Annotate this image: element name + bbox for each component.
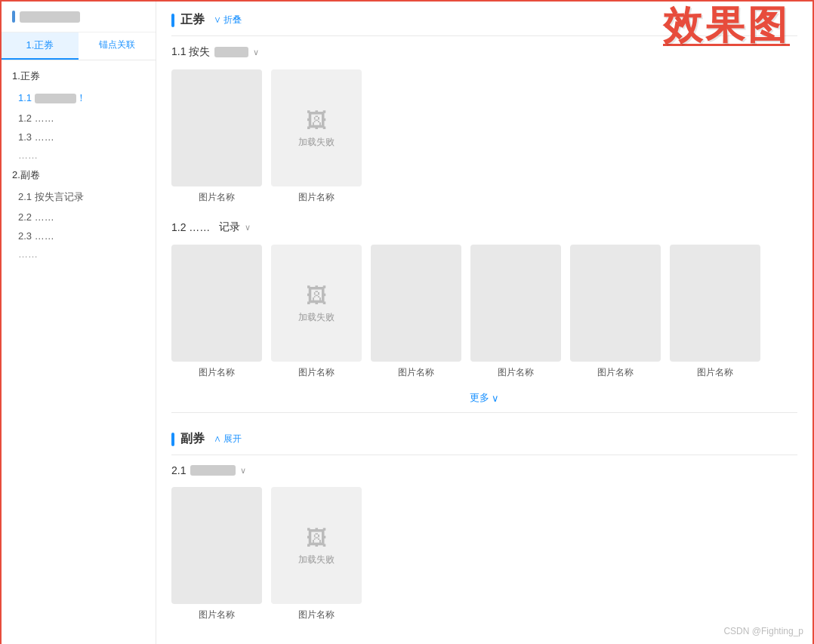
effect-label-text: 效果图 bbox=[663, 2, 790, 48]
image-card: 🖼 加载失败 图片名称 bbox=[271, 487, 362, 621]
image-thumb-2[interactable]: 🖼 加载失败 bbox=[271, 69, 362, 186]
subsection-title-1-2-prefix: 1.2 …… bbox=[171, 221, 210, 233]
toggle-label-1: 折叠 bbox=[224, 14, 242, 25]
section-title-1: 正券 bbox=[180, 12, 205, 28]
sidebar-item-2-1[interactable]: 2.1 按失言记录 bbox=[2, 186, 156, 208]
image-thumb-1[interactable] bbox=[171, 69, 262, 186]
toggle-icon-up: ∧ bbox=[214, 433, 221, 444]
image-name-5: 图片名称 bbox=[398, 366, 434, 379]
image-name-3: 图片名称 bbox=[199, 366, 235, 379]
sidebar-tabs: 1.正券 锚点关联 bbox=[2, 32, 156, 60]
more-button-1-2[interactable]: 更多 ∨ bbox=[470, 391, 499, 405]
image-name-2: 图片名称 bbox=[298, 191, 335, 204]
image-card: 图片名称 bbox=[171, 487, 262, 621]
subsection-chevron-2-1[interactable]: ∨ bbox=[240, 466, 246, 476]
sidebar-title-bar bbox=[12, 11, 15, 23]
image-thumb-8[interactable] bbox=[670, 245, 760, 362]
section-title-2: 副券 bbox=[180, 431, 205, 447]
watermark: CSDN @Fighting_p bbox=[723, 626, 803, 636]
sidebar-item-2-2[interactable]: 2.2 …… bbox=[2, 208, 156, 226]
sidebar-tab-anchor[interactable]: 锚点关联 bbox=[79, 32, 156, 60]
more-chevron-icon: ∨ bbox=[492, 393, 499, 404]
image-grid-2-1: 图片名称 🖼 加载失败 图片名称 bbox=[171, 482, 797, 629]
image-card: 图片名称 bbox=[371, 245, 461, 379]
sidebar-title-blurred bbox=[20, 11, 80, 23]
section-toggle-1[interactable]: ∨ 折叠 bbox=[214, 14, 242, 26]
sidebar-section-header-1: 1.正券 bbox=[2, 65, 156, 88]
sidebar-item-1-2[interactable]: 1.2 …… bbox=[2, 109, 156, 128]
fail-text: 加载失败 bbox=[298, 311, 335, 324]
subsection-chevron-1-1[interactable]: ∨ bbox=[253, 48, 259, 57]
sidebar: 1.正券 锚点关联 1.正券 1.1 ！ 1.2 …… 1.3 …… …… 2.… bbox=[2, 2, 156, 644]
image-card: 🖼 加载失败 图片名称 bbox=[271, 245, 362, 379]
subsection-header-2-1: 2.1 ∨ bbox=[171, 464, 797, 482]
image-grid-1-2: 图片名称 🖼 加载失败 图片名称 图片名称 图片名称 图片名称 bbox=[171, 240, 797, 387]
toggle-label-2: 展开 bbox=[224, 433, 242, 444]
subsection-1-1: 1.1 按失 ∨ 图片名称 🖼 加载失败 图片名称 bbox=[171, 45, 797, 211]
fail-icon: 🖼 bbox=[306, 108, 327, 133]
subsection-title-1-2-suffix: 记录 bbox=[219, 220, 240, 234]
toggle-icon-down: ∨ bbox=[214, 14, 221, 25]
sidebar-section-header-2: 2.副卷 bbox=[2, 164, 156, 186]
sidebar-item-2-3[interactable]: 2.3 …… bbox=[2, 226, 156, 245]
subsection-1-2: 1.2 …… 记录 ∨ 图片名称 🖼 加载失败 图片名称 图片名称 bbox=[171, 220, 797, 413]
image-name-9: 图片名称 bbox=[199, 609, 235, 621]
image-card: 🖼 加载失败 图片名称 bbox=[271, 69, 362, 204]
image-card: 图片名称 bbox=[171, 245, 262, 379]
sidebar-item-1-dots: …… bbox=[2, 146, 156, 164]
section-toggle-2[interactable]: ∧ 展开 bbox=[214, 433, 242, 445]
sidebar-tab-main[interactable]: 1.正券 bbox=[2, 32, 79, 60]
sidebar-nav: 1.正券 1.1 ！ 1.2 …… 1.3 …… …… 2.副卷 2.1 按失言… bbox=[2, 60, 156, 267]
subsection-title-1-1-prefix: 1.1 按失 bbox=[171, 45, 210, 59]
sidebar-item-1-1[interactable]: 1.1 ！ bbox=[2, 88, 156, 109]
image-card: 图片名称 bbox=[470, 245, 561, 379]
image-card: 图片名称 bbox=[570, 245, 661, 379]
image-thumb-4[interactable]: 🖼 加载失败 bbox=[271, 245, 362, 362]
fail-icon: 🖼 bbox=[306, 525, 327, 550]
main-content: 效果图 正券 ∨ 折叠 1.1 按失 ∨ 图片名称 🖼 bbox=[156, 2, 812, 644]
sidebar-item-1-3[interactable]: 1.3 …… bbox=[2, 128, 156, 146]
image-thumb-7[interactable] bbox=[570, 245, 661, 362]
sidebar-item-2-dots: …… bbox=[2, 245, 156, 263]
section-bar-1 bbox=[171, 14, 174, 27]
subsection-title-2-1-prefix: 2.1 bbox=[171, 464, 186, 476]
section-bar-2 bbox=[171, 433, 174, 446]
fail-text: 加载失败 bbox=[298, 136, 335, 149]
more-label: 更多 bbox=[470, 391, 489, 405]
image-name-1: 图片名称 bbox=[199, 191, 235, 204]
fail-text: 加载失败 bbox=[298, 553, 335, 566]
image-name-6: 图片名称 bbox=[498, 366, 534, 379]
more-row-1-2: 更多 ∨ bbox=[171, 387, 797, 413]
image-name-4: 图片名称 bbox=[298, 366, 335, 379]
subsection-title-2-1-blurred bbox=[190, 465, 236, 476]
image-grid-1-1: 图片名称 🖼 加载失败 图片名称 bbox=[171, 65, 797, 211]
sidebar-title-area bbox=[2, 2, 156, 32]
subsection-title-1-1-blurred bbox=[214, 47, 248, 57]
image-thumb-9[interactable] bbox=[171, 487, 262, 604]
image-name-10: 图片名称 bbox=[298, 609, 335, 621]
image-name-8: 图片名称 bbox=[697, 366, 733, 379]
subsection-header-1-2: 1.2 …… 记录 ∨ bbox=[171, 220, 797, 240]
image-thumb-10[interactable]: 🖼 加载失败 bbox=[271, 487, 362, 604]
image-thumb-5[interactable] bbox=[371, 245, 461, 362]
effect-label: 效果图 bbox=[663, 2, 790, 46]
subsection-2-1: 2.1 ∨ 图片名称 🖼 加载失败 图片名称 bbox=[171, 464, 797, 629]
subsection-chevron-1-2[interactable]: ∨ bbox=[245, 223, 251, 233]
fail-icon: 🖼 bbox=[306, 283, 327, 308]
image-thumb-3[interactable] bbox=[171, 245, 262, 362]
image-thumb-6[interactable] bbox=[470, 245, 561, 362]
image-name-7: 图片名称 bbox=[597, 366, 634, 379]
sidebar-item-1-1-blurred bbox=[35, 94, 76, 103]
image-card: 图片名称 bbox=[670, 245, 760, 379]
section-fu-juan: 副券 ∧ 展开 bbox=[171, 421, 797, 455]
image-card: 图片名称 bbox=[171, 69, 262, 204]
